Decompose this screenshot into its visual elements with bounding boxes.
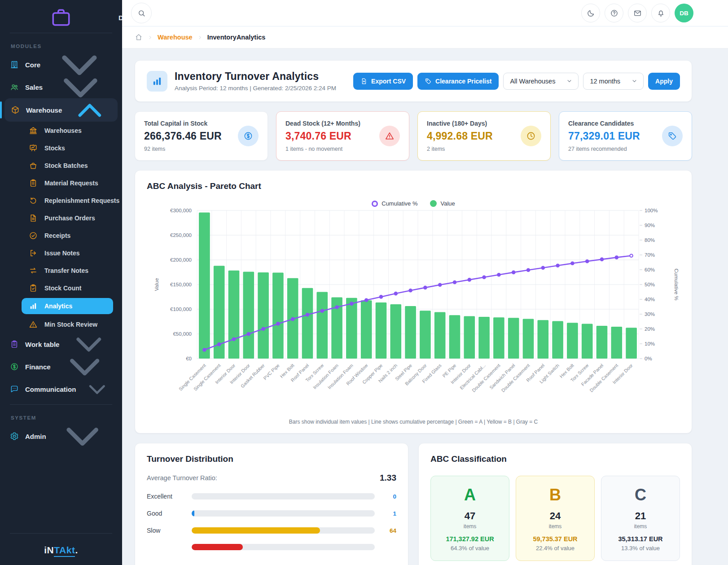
page-title: Inventory Turnover Analytics: [175, 70, 336, 83]
breadcrumb: Warehouse InventoryAnalytics: [122, 26, 728, 48]
sidebar: Dashboard MODULES Core Sales Warehouse W…: [0, 0, 122, 565]
avatar[interactable]: DB: [675, 4, 693, 22]
dollar-circle-icon: [10, 362, 19, 371]
home-icon[interactable]: [135, 33, 143, 41]
sidebar-item-dashboard[interactable]: Dashboard: [0, 6, 122, 29]
svg-text:30%: 30%: [645, 311, 655, 317]
abc-class-value: 35,313.17 EUR: [606, 535, 675, 543]
turnover-progress-track: [192, 493, 375, 499]
chart-title: ABC Analysis - Pareto Chart: [147, 181, 680, 191]
pareto-chart-card: ABC Analysis - Pareto Chart Cumulative %…: [135, 170, 692, 434]
messages-button[interactable]: [628, 4, 647, 22]
transfer-icon: [29, 266, 38, 275]
sidebar-item-label: Finance: [25, 363, 51, 371]
svg-text:€200,000: €200,000: [170, 257, 192, 263]
stat-title: Clearance Candidates: [568, 120, 640, 127]
turnover-row-count: 1: [381, 510, 396, 517]
abc-class-value: 59,735.37 EUR: [521, 535, 590, 543]
gear-icon: [10, 432, 19, 441]
moon-icon: [587, 9, 595, 18]
building-icon: [10, 60, 19, 69]
clearance-pricelist-button[interactable]: Clearance Pricelist: [417, 73, 499, 90]
bottom-row: Turnover Distribution Average Turnover R…: [135, 443, 692, 565]
svg-text:0%: 0%: [645, 356, 652, 361]
warehouse-select[interactable]: All Warehouses: [503, 73, 579, 90]
sidebar-item-warehouse[interactable]: Warehouse: [4, 98, 118, 122]
svg-text:60%: 60%: [645, 267, 655, 272]
sidebar-subitem-purchase-orders[interactable]: Purchase Orders: [0, 209, 122, 227]
sidebar-subitem-receipts[interactable]: Receipts: [0, 227, 122, 244]
mail-icon: [633, 9, 642, 18]
turnover-distribution-card: Turnover Distribution Average Turnover R…: [135, 443, 408, 565]
tag-icon: [425, 78, 432, 85]
sidebar-subitem-stocks[interactable]: Stocks: [0, 139, 122, 157]
abc-class-share: 22.4% of value: [521, 545, 590, 552]
sidebar-subitem-label: Stocks: [44, 145, 65, 152]
sidebar-subitem-label: Replenishment Requests: [44, 197, 119, 204]
breadcrumb-warehouse-link[interactable]: Warehouse: [158, 34, 193, 41]
svg-text:Single Casement: Single Casement: [193, 363, 222, 392]
bar-chart-icon: [29, 302, 38, 311]
logo-dot: .: [75, 545, 78, 556]
average-turnover-ratio: Average Turnover Ratio: 1.33: [147, 473, 396, 483]
svg-text:€100,000: €100,000: [170, 307, 192, 312]
abc-tiles: A 47 items 171,327.92 EUR 64.3% of value…: [430, 476, 680, 561]
users-icon: [10, 83, 19, 92]
notifications-button[interactable]: [651, 4, 670, 22]
basket-icon: [29, 161, 38, 170]
svg-text:20%: 20%: [645, 326, 655, 332]
export-csv-button[interactable]: Export CSV: [353, 73, 413, 90]
chevron-down-icon: [566, 78, 573, 84]
dark-mode-button[interactable]: [581, 4, 600, 22]
turnover-row-slow: Slow 64: [147, 527, 396, 534]
abc-classification-card: ABC Classification A 47 items 171,327.92…: [418, 443, 692, 565]
sidebar-subitem-transfer-notes[interactable]: Transfer Notes: [0, 262, 122, 279]
sidebar-item-admin[interactable]: Admin: [0, 425, 122, 447]
apply-button[interactable]: Apply: [648, 73, 680, 90]
sidebar-item-label: Core: [25, 61, 40, 69]
dollar-circle-icon: [238, 126, 259, 146]
stat-subtext: 1 items - no movement: [285, 146, 360, 152]
sidebar-subitem-material-requests[interactable]: Material Requests: [0, 174, 122, 192]
breadcrumb-current-page: InventoryAnalytics: [207, 34, 266, 41]
board-icon: [29, 144, 38, 153]
abc-title: ABC Classification: [430, 454, 680, 464]
turnover-row-label: Good: [147, 510, 185, 517]
sidebar-item-label: Warehouse: [26, 106, 62, 114]
modules-nav: Core Sales Warehouse Warehouses Stocks S…: [0, 53, 122, 400]
sidebar-subitem-issue-notes[interactable]: Issue Notes: [0, 244, 122, 262]
clipboard-check-icon: [29, 284, 38, 293]
sidebar-subitem-replenishment-requests[interactable]: Replenishment Requests: [0, 192, 122, 209]
svg-text:80%: 80%: [645, 237, 655, 243]
help-button[interactable]: [605, 4, 623, 22]
sidebar-subitem-stock-batches[interactable]: Stock Batches: [0, 157, 122, 174]
bell-icon: [657, 9, 665, 18]
warning-icon: [379, 126, 400, 146]
svg-text:Single Casement: Single Casement: [178, 363, 207, 392]
legend-value: Value: [430, 200, 455, 207]
line-legend-marker: [372, 201, 378, 207]
period-select[interactable]: 12 months: [583, 73, 644, 90]
abc-class-share: 64.3% of value: [435, 545, 504, 552]
sidebar-subitem-label: Material Requests: [44, 180, 98, 187]
abc-class-letter: C: [606, 487, 675, 503]
svg-text:10%: 10%: [645, 341, 655, 346]
sidebar-subitem-stock-count[interactable]: Stock Count: [0, 279, 122, 297]
topbar: DB: [122, 0, 728, 26]
page-header-card: Inventory Turnover Analytics Analysis Pe…: [135, 60, 692, 102]
sidebar-item-label: Admin: [25, 433, 46, 440]
sidebar-subitem-analytics[interactable]: Analytics: [22, 298, 113, 314]
abc-class-a-tile: A 47 items 171,327.92 EUR 64.3% of value: [430, 476, 509, 561]
turnover-row-count: 0: [381, 493, 396, 500]
turnover-row-good: Good 1: [147, 510, 396, 517]
abc-class-b-tile: B 24 items 59,735.37 EUR 22.4% of value: [516, 476, 595, 561]
logo-text: iN: [44, 545, 54, 556]
abc-class-count: 47: [435, 510, 504, 522]
search-button[interactable]: [131, 3, 152, 23]
divider: [10, 404, 112, 405]
abc-class-count: 24: [521, 510, 590, 522]
stat-title: Dead Stock (12+ Months): [285, 120, 360, 127]
bar-legend-marker: [430, 200, 437, 207]
svg-text:€250,000: €250,000: [170, 232, 192, 238]
warning-icon: [29, 320, 38, 329]
